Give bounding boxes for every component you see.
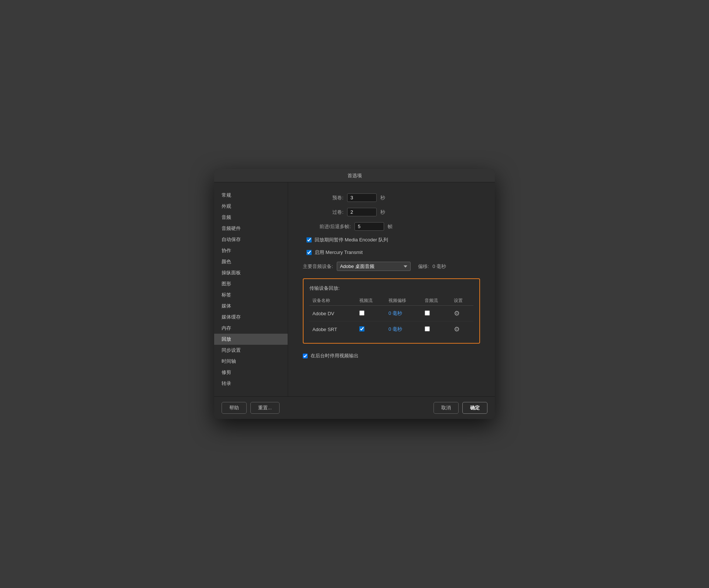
sidebar-item-collaboration[interactable]: 协作 [214,245,288,256]
sidebar-item-memory[interactable]: 内存 [214,323,288,334]
sidebar-item-audio-hardware[interactable]: 音频硬件 [214,223,288,234]
col-audio-stream: 音频流 [422,296,451,306]
sidebar-item-auto-save[interactable]: 自动保存 [214,234,288,245]
transmit-section: 传输设备回放: 设备名称 视频流 视频偏移 音频流 设置 Adobe DV0 毫… [303,278,480,344]
step-label: 前进/后退多帧: [303,223,351,230]
sidebar-item-general[interactable]: 常规 [214,190,288,201]
settings-cell: ⚙ [451,321,473,337]
audio-device-select[interactable]: Adobe 桌面音频 [337,262,411,271]
video-stream-checkbox[interactable] [359,310,364,316]
preroll-input[interactable] [347,193,377,202]
video-offset-value: 0 毫秒 [388,326,402,332]
preferences-window: 首选项 常规外观音频音频硬件自动保存协作颜色操纵面板图形标签媒体媒体缓存内存回放… [214,169,495,419]
main-content: 预卷: 秒 过卷: 秒 前进/后退多帧: 帧 回放期间暂停 Media Enco… [288,182,495,396]
disable-output-label: 在后台时停用视频输出 [311,353,359,359]
reset-button[interactable]: 重置... [250,402,280,414]
gear-icon[interactable]: ⚙ [454,310,460,317]
enable-mercury-label: 启用 Mercury Transmit [315,249,363,256]
enable-mercury-checkbox[interactable] [306,250,312,255]
step-unit: 帧 [388,223,393,230]
footer-left: 帮助 重置... [222,402,280,414]
video-offset-cell: 0 毫秒 [386,321,422,337]
disable-output-checkbox[interactable] [303,354,308,358]
disable-output-row: 在后台时停用视频输出 [303,353,480,359]
help-button[interactable]: 帮助 [222,402,247,414]
window-body: 常规外观音频音频硬件自动保存协作颜色操纵面板图形标签媒体媒体缓存内存回放同步设置… [214,182,495,396]
sidebar-item-color[interactable]: 颜色 [214,256,288,267]
sidebar-item-audio[interactable]: 音频 [214,212,288,223]
sidebar-item-labels[interactable]: 标签 [214,289,288,300]
footer: 帮助 重置... 取消 确定 [214,396,495,419]
sidebar-item-capture[interactable]: 转录 [214,378,288,389]
table-row: Adobe DV0 毫秒⚙ [309,306,473,321]
col-settings: 设置 [451,296,473,306]
step-input[interactable] [354,222,384,231]
preroll-label: 预卷: [303,195,343,201]
transmit-title: 传输设备回放: [309,285,473,292]
postroll-unit: 秒 [380,209,385,216]
col-video-offset: 视频偏移 [386,296,422,306]
table-header-row: 设备名称 视频流 视频偏移 音频流 设置 [309,296,473,306]
window-title: 首选项 [347,172,362,179]
audio-stream-checkbox[interactable] [425,326,430,331]
audio-stream-cell [422,306,451,321]
gear-icon[interactable]: ⚙ [454,326,460,333]
settings-cell: ⚙ [451,306,473,321]
postroll-input[interactable] [347,208,377,216]
offset-label: 偏移: [418,263,429,270]
titlebar: 首选项 [214,169,495,182]
step-frames-row: 前进/后退多帧: 帧 [303,222,480,231]
audio-stream-cell [422,321,451,337]
video-offset-value: 0 毫秒 [388,310,402,316]
audio-stream-checkbox[interactable] [425,310,430,316]
pause-encoder-label: 回放期间暂停 Media Encoder 队列 [315,237,388,243]
sidebar-item-media[interactable]: 媒体 [214,300,288,312]
postroll-label: 过卷: [303,209,343,216]
table-row: Adobe SRT0 毫秒⚙ [309,321,473,337]
video-offset-cell: 0 毫秒 [386,306,422,321]
pause-encoder-checkbox[interactable] [306,237,312,243]
footer-right: 取消 确定 [434,402,487,414]
video-stream-cell [356,306,386,321]
enable-mercury-row: 启用 Mercury Transmit [306,249,480,256]
sidebar-item-sync-settings[interactable]: 同步设置 [214,345,288,356]
device-table: 设备名称 视频流 视频偏移 音频流 设置 Adobe DV0 毫秒⚙Adobe … [309,296,473,337]
sidebar: 常规外观音频音频硬件自动保存协作颜色操纵面板图形标签媒体媒体缓存内存回放同步设置… [214,182,288,396]
col-device-name: 设备名称 [309,296,356,306]
video-stream-checkbox[interactable] [359,326,364,331]
preroll-unit: 秒 [380,195,385,201]
cancel-button[interactable]: 取消 [434,402,459,414]
video-stream-cell [356,321,386,337]
pause-encoder-row: 回放期间暂停 Media Encoder 队列 [306,237,480,243]
audio-device-row: 主要音频设备: Adobe 桌面音频 偏移: 0 毫秒 [303,262,480,271]
offset-value: 0 毫秒 [432,263,446,270]
audio-device-label: 主要音频设备: [303,263,333,270]
sidebar-item-timeline[interactable]: 时间轴 [214,356,288,367]
col-video-stream: 视频流 [356,296,386,306]
device-name-cell: Adobe DV [309,306,356,321]
sidebar-item-media-cache[interactable]: 媒体缓存 [214,312,288,323]
device-name-cell: Adobe SRT [309,321,356,337]
ok-button[interactable]: 确定 [462,402,487,414]
sidebar-item-graphics[interactable]: 图形 [214,278,288,289]
sidebar-item-appearance[interactable]: 外观 [214,201,288,212]
sidebar-item-control-panel[interactable]: 操纵面板 [214,267,288,278]
sidebar-item-trim[interactable]: 修剪 [214,367,288,378]
sidebar-item-playback[interactable]: 回放 [214,334,288,345]
postroll-row: 过卷: 秒 [303,208,480,216]
preroll-row: 预卷: 秒 [303,193,480,202]
